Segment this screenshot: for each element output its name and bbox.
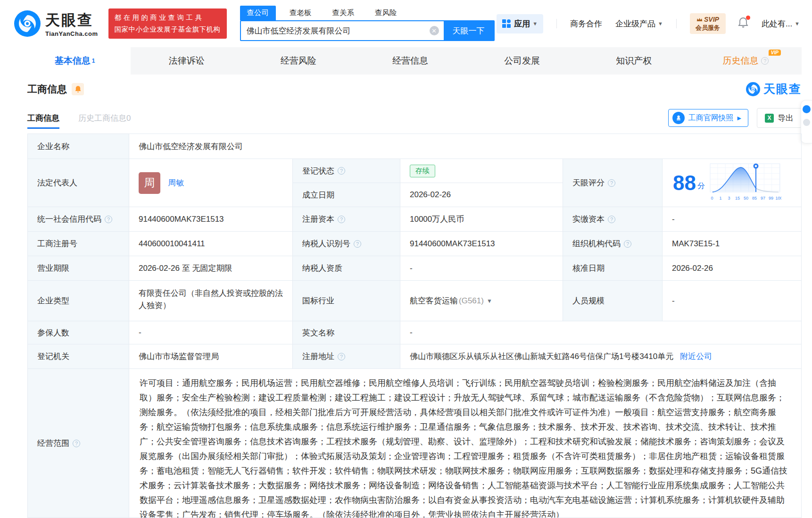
brand-domain: TianYanCha.com xyxy=(45,30,98,37)
avatar[interactable]: 周 xyxy=(139,172,160,194)
taxpayer-id-value: 91440600MAK73E1513 xyxy=(400,232,563,256)
svip-member-button[interactable]: SVIP 会员服务 xyxy=(690,13,726,34)
tab-operation-info[interactable]: 经营信息 xyxy=(354,47,466,75)
address-cell: 佛山市顺德区乐从镇乐从社区佛山新城天虹路46号信保广场1号楼3410单元 附近公… xyxy=(400,344,802,368)
score-cell[interactable]: 88 分 0 xyxy=(663,159,802,207)
tab-operation-risk[interactable]: 经营风险 xyxy=(242,47,354,75)
help-icon[interactable]: ? xyxy=(338,216,345,223)
chevron-down-icon: ▼ xyxy=(795,21,800,26)
svg-text:3: 3 xyxy=(728,196,730,201)
nav-enterprise[interactable]: 企业级产品 ▼ xyxy=(615,18,663,29)
svip-label: SVIP xyxy=(704,16,719,24)
legal-rep-link[interactable]: 周敏 xyxy=(168,177,184,188)
float-action-icon[interactable] xyxy=(803,119,810,126)
brand-name: 天眼查 xyxy=(45,10,98,30)
establish-date-value: 2026-02-26 xyxy=(400,183,563,207)
table-row: 企业类型 有限责任公司（非自然人投资或控股的法人独资） 国标行业 航空客货运输 … xyxy=(28,281,801,321)
notification-dot xyxy=(746,16,750,20)
promo-banner: 都在用的商业查询工具 国家中小企业发展子基金旗下机构 xyxy=(108,8,227,39)
score-label: 天眼评分 ? xyxy=(563,159,663,207)
help-icon[interactable]: ? xyxy=(608,216,615,223)
tab-history-info[interactable]: VIP 历史信息 ? xyxy=(690,47,802,75)
monitor-bell-icon[interactable] xyxy=(72,83,84,95)
arrow-right-icon: ▶ xyxy=(737,115,741,121)
help-icon[interactable]: ? xyxy=(624,240,631,248)
tianyancha-logo[interactable]: 天眼查 TianYanCha.com xyxy=(14,10,98,37)
apps-grid-icon xyxy=(502,19,511,28)
help-icon[interactable]: ? xyxy=(105,216,112,223)
staff-size-value: - xyxy=(663,281,802,321)
company-tab-bar: 基本信息1 法律诉讼 经营风险 经营信息 公司发展 知识产权 VIP 历史信息 … xyxy=(19,47,802,75)
help-icon[interactable]: ? xyxy=(338,353,345,360)
company-type-label: 企业类型 xyxy=(28,281,129,321)
help-icon[interactable]: ? xyxy=(761,57,769,65)
search-tab-relation[interactable]: 查关系 xyxy=(325,6,362,20)
address-label: 注册地址 ? xyxy=(293,344,400,368)
taxpayer-quality-value: - xyxy=(400,256,563,280)
nav-cooperation[interactable]: 商务合作 xyxy=(570,18,602,29)
paid-capital-value: - xyxy=(663,207,802,231)
search-button[interactable]: 天眼一下 xyxy=(444,21,494,40)
export-label: 导出 xyxy=(778,113,794,124)
notification-bell-icon[interactable] xyxy=(738,17,748,30)
export-button[interactable]: X 导出 xyxy=(757,108,802,128)
nav-more[interactable]: 此处有... ▼ xyxy=(762,18,800,29)
apps-menu[interactable]: 应用 ▼ xyxy=(497,14,543,33)
tianyancha-eye-icon xyxy=(746,82,760,96)
label-text: 组织机构代码 xyxy=(572,238,621,249)
tab-label: 法律诉讼 xyxy=(169,55,205,67)
chevron-down-icon[interactable]: ▼ xyxy=(487,298,492,304)
excel-icon: X xyxy=(765,114,774,123)
staff-size-label: 人员规模 xyxy=(563,281,663,321)
table-row: 营业期限 2026-02-26 至 无固定期限 纳税人资质 - 核准日期 202… xyxy=(28,256,801,281)
float-action-icon[interactable] xyxy=(803,105,811,113)
search-tab-company[interactable]: 查公司 xyxy=(240,6,276,20)
approval-date-value: 2026-02-26 xyxy=(663,256,802,280)
top-header: 天眼查 TianYanCha.com 都在用的商业查询工具 国家中小企业发展子基… xyxy=(0,0,812,47)
credit-code-value: 91440600MAK73E1513 xyxy=(129,207,293,231)
help-icon[interactable]: ? xyxy=(354,240,361,248)
chevron-down-icon: ▼ xyxy=(532,21,538,26)
watermark-logo: 天眼查 xyxy=(746,81,802,97)
tab-intellectual-property[interactable]: 知识产权 xyxy=(578,47,690,75)
industry-cell[interactable]: 航空客货运输 (G561) ▼ xyxy=(400,281,563,321)
table-row: 法定代表人 周 周敏 登记状态 ? 存续 成立日期 2026-02-26 天眼评… xyxy=(28,159,801,207)
tab-basic-info[interactable]: 基本信息1 xyxy=(19,47,131,75)
subtab-business-info[interactable]: 工商信息 xyxy=(27,113,59,124)
svg-text:15: 15 xyxy=(735,196,740,201)
industry-value: 航空客货运输 xyxy=(410,295,458,306)
tab-company-development[interactable]: 公司发展 xyxy=(466,47,578,75)
tab-legal[interactable]: 法律诉讼 xyxy=(131,47,242,75)
insured-value: - xyxy=(129,321,293,344)
label-text: 注册地址 xyxy=(302,351,334,362)
official-snapshot-button[interactable]: 工商官网快照 ▶ xyxy=(668,109,748,127)
table-row: 经营范围 ? 许可项目：通用航空服务；民用机场运营；民用航空器维修；民用航空维修… xyxy=(28,369,801,518)
search-tab-boss[interactable]: 查老板 xyxy=(282,6,319,20)
legal-rep-label: 法定代表人 xyxy=(28,159,129,207)
tab-label: 经营风险 xyxy=(281,55,316,67)
reg-number-value: 440600010041411 xyxy=(129,232,293,256)
tianyancha-eye-icon xyxy=(14,10,41,37)
tab-label: 经营信息 xyxy=(392,55,428,67)
help-icon[interactable]: ? xyxy=(338,167,345,175)
credit-code-label: 统一社会信用代码 ? xyxy=(28,207,129,231)
snapshot-label: 工商官网快照 xyxy=(688,113,734,123)
clear-search-icon[interactable]: ✕ xyxy=(430,26,439,35)
score-axis-ticks: 0 1 3 15 50 85 97 99 100 xyxy=(711,196,781,201)
chevron-down-icon: ▼ xyxy=(658,21,663,26)
reg-status-label: 登记状态 ? xyxy=(293,159,400,183)
help-icon[interactable]: ? xyxy=(608,179,615,187)
help-icon[interactable]: ? xyxy=(73,440,80,447)
nav-enterprise-label: 企业级产品 xyxy=(615,18,655,29)
apps-label: 应用 xyxy=(514,18,530,29)
nav-more-label: 此处有... xyxy=(762,18,792,29)
search-input[interactable] xyxy=(241,21,430,40)
tab-label: 历史信息 xyxy=(722,55,758,67)
status-date-stack: 登记状态 ? 存续 成立日期 2026-02-26 xyxy=(293,159,563,207)
address-value: 佛山市顺德区乐从镇乐从社区佛山新城天虹路46号信保广场1号楼3410单元 xyxy=(410,351,673,362)
subtab-history-business-info[interactable]: 历史工商信息0 xyxy=(78,113,131,124)
reg-capital-value: 10000万人民币 xyxy=(400,207,563,231)
nearby-companies-link[interactable]: 附近公司 xyxy=(680,351,712,362)
search-tab-risk[interactable]: 查风险 xyxy=(368,6,404,20)
floating-toolbar[interactable] xyxy=(801,100,812,143)
